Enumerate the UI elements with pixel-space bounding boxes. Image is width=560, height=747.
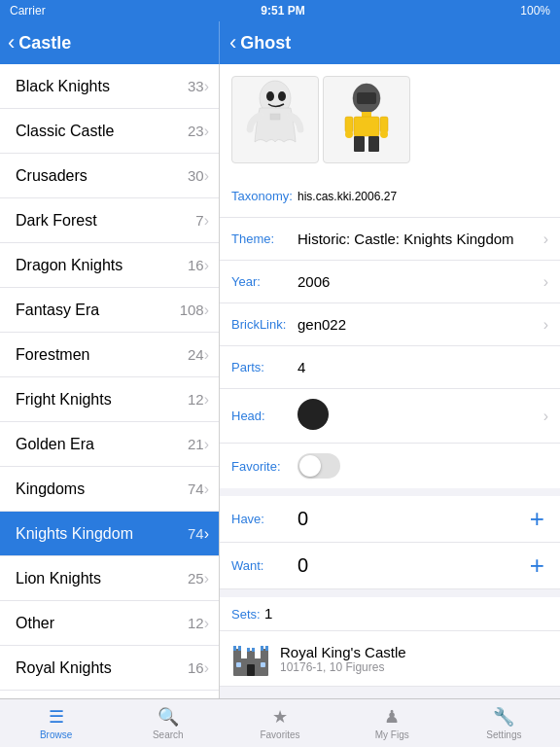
theme-label: Theme: [231, 231, 298, 246]
year-chevron: › [543, 273, 548, 291]
sidebar-item-count: 7 [195, 212, 203, 229]
sidebar-item-count: 21 [188, 436, 204, 452]
carrier-text: Carrier [10, 4, 46, 18]
sidebar-item-crusaders[interactable]: Crusaders 30 › [0, 154, 219, 198]
time-text: 9:51 PM [261, 4, 304, 18]
sidebar-item-right: 23 › [188, 123, 209, 140]
detail-panel: Taxonomy: his.cas.kki.2006.27 Theme: His… [220, 64, 560, 698]
my figs-icon: ♟ [384, 706, 400, 728]
svg-rect-26 [261, 662, 265, 667]
sidebar-item-label: Knights Kingdom [16, 525, 133, 543]
sidebar-item-count: 24 [188, 346, 204, 363]
sidebar-item-count: 108 [180, 302, 204, 318]
nav-header-left[interactable]: ‹ Castle [0, 21, 220, 64]
favorite-toggle[interactable] [298, 453, 340, 479]
svg-rect-19 [238, 646, 241, 651]
sidebar-item-right: 25 › [188, 570, 209, 587]
want-plus-button[interactable]: + [526, 551, 548, 581]
want-value: 0 [298, 554, 526, 577]
detail-section: Taxonomy: his.cas.kki.2006.27 Theme: His… [220, 175, 560, 488]
bricklink-row[interactable]: BrickLink: gen022 › [220, 303, 560, 346]
chevron-right-icon: › [204, 480, 209, 498]
back-arrow-left[interactable]: ‹ [8, 30, 15, 55]
svg-point-12 [345, 130, 353, 138]
chevron-right-icon: › [204, 212, 209, 230]
taxonomy-row: Taxonomy: his.cas.kki.2006.27 [220, 175, 560, 218]
favorites-tab-label: Favorites [260, 729, 299, 740]
settings-tab-label: Settings [486, 729, 521, 740]
sidebar-item-fantasy-era[interactable]: Fantasy Era 108 › [0, 288, 219, 333]
set-item[interactable]: Royal King's Castle 10176-1, 10 Figures [220, 631, 560, 687]
svg-rect-3 [270, 114, 280, 120]
year-value: 2006 [298, 273, 540, 290]
sidebar-item-right: 21 › [188, 436, 209, 453]
head-image[interactable] [298, 399, 540, 433]
sidebar-item-lion-knights[interactable]: Lion Knights 25 › [0, 556, 219, 601]
minifig-image-1[interactable] [231, 76, 319, 163]
sidebar-item-count: 74 [188, 480, 204, 497]
search-tab-label: Search [153, 729, 184, 740]
sidebar-item-fright-knights[interactable]: Fright Knights 12 › [0, 377, 219, 422]
chevron-right-icon: › [204, 391, 209, 409]
sets-label: Sets: [231, 607, 261, 622]
chevron-right-icon: › [204, 167, 209, 185]
chevron-right-icon: › [204, 436, 209, 453]
bricklink-chevron: › [543, 316, 548, 334]
set-name: Royal King's Castle [280, 644, 406, 660]
sidebar-item-left: Kingdoms [16, 480, 85, 498]
sidebar-item-other[interactable]: Other 12 › [0, 601, 219, 646]
sidebar-item-left: Dark Forest [16, 212, 97, 230]
sidebar-item-label: Forestmen [16, 346, 89, 364]
year-row[interactable]: Year: 2006 › [220, 261, 560, 303]
have-plus-button[interactable]: + [526, 504, 548, 534]
sidebar-item-label: Golden Era [16, 436, 94, 453]
bricklink-value: gen022 [298, 316, 540, 333]
set-info: Royal King's Castle 10176-1, 10 Figures [280, 644, 406, 674]
sidebar-item-dark-forest[interactable]: Dark Forest 7 › [0, 198, 219, 243]
set-thumbnail [231, 639, 270, 678]
minifig-image-2[interactable] [323, 76, 410, 163]
sidebar-item-left: Dragon Knights [16, 257, 122, 274]
theme-row[interactable]: Theme: Historic: Castle: Knights Kingdom… [220, 218, 560, 261]
svg-rect-23 [252, 648, 255, 652]
favorite-row: Favorite: [220, 444, 560, 488]
chevron-right-icon: › [204, 123, 209, 140]
sidebar-item-classic-castle[interactable]: Classic Castle 23 › [0, 109, 219, 154]
tab-bar: ☰ Browse 🔍 Search ★ Favorites ♟ My Figs … [0, 698, 560, 747]
sidebar-item-black-knights[interactable]: Black Knights 33 › [0, 64, 219, 109]
sets-count: 1 [264, 605, 272, 622]
tab-favorites[interactable]: ★ Favorites [224, 699, 335, 747]
have-want-section: Have: 0 + Want: 0 + [220, 496, 560, 589]
head-row[interactable]: Head: › [220, 389, 560, 444]
sidebar-item-count: 16 [188, 659, 204, 676]
my figs-tab-label: My Figs [375, 729, 409, 740]
sidebar-item-kingdoms[interactable]: Kingdoms 74 › [0, 467, 219, 512]
sidebar-item-royal-knights[interactable]: Royal Knights 16 › [0, 646, 219, 691]
sidebar-item-dragon-knights[interactable]: Dragon Knights 16 › [0, 243, 219, 288]
nav-header-right[interactable]: ‹ Ghost [220, 30, 560, 55]
svg-point-1 [266, 91, 274, 101]
sidebar-item-wolfpack[interactable]: Wolfpack 4 › [0, 691, 219, 698]
sidebar-item-left: Crusaders [16, 167, 88, 185]
back-arrow-right[interactable]: ‹ [229, 30, 236, 55]
tab-search[interactable]: 🔍 Search [112, 699, 224, 747]
chevron-right-icon: › [204, 570, 209, 587]
sidebar-item-left: Classic Castle [16, 123, 114, 140]
tab-my-figs[interactable]: ♟ My Figs [336, 699, 448, 747]
sidebar-item-golden-era[interactable]: Golden Era 21 › [0, 422, 219, 467]
chevron-right-icon: › [204, 78, 209, 95]
sidebar-item-knights-kingdom[interactable]: Knights Kingdom 74 › [0, 512, 219, 556]
have-label: Have: [231, 512, 298, 526]
svg-rect-8 [354, 136, 365, 152]
sidebar-item-label: Kingdoms [16, 480, 85, 498]
taxonomy-value: his.cas.kki.2006.27 [298, 190, 548, 203]
sidebar-item-forestmen[interactable]: Forestmen 24 › [0, 333, 219, 377]
sidebar-item-right: 108 › [180, 302, 209, 319]
tab-browse[interactable]: ☰ Browse [0, 699, 112, 747]
sidebar-item-count: 30 [188, 167, 204, 184]
svg-rect-21 [265, 646, 268, 651]
svg-rect-18 [233, 646, 236, 651]
tab-settings[interactable]: 🔧 Settings [448, 699, 560, 747]
parts-row: Parts: 4 [220, 346, 560, 389]
svg-rect-25 [236, 662, 241, 667]
